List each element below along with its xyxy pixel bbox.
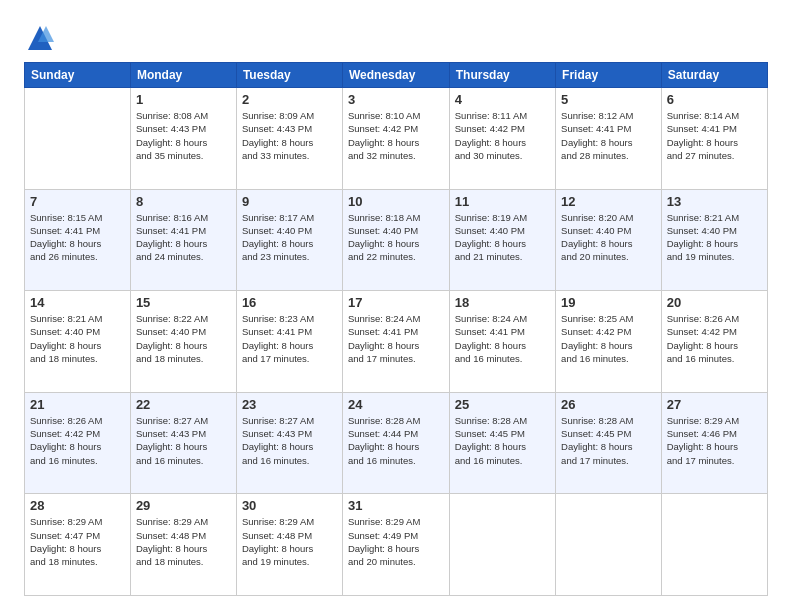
day-number: 21 [30,397,125,412]
calendar-cell: 12Sunrise: 8:20 AM Sunset: 4:40 PM Dayli… [556,189,662,291]
day-info: Sunrise: 8:28 AM Sunset: 4:45 PM Dayligh… [561,414,656,467]
day-info: Sunrise: 8:21 AM Sunset: 4:40 PM Dayligh… [667,211,762,264]
day-number: 9 [242,194,337,209]
day-info: Sunrise: 8:19 AM Sunset: 4:40 PM Dayligh… [455,211,550,264]
calendar-cell: 11Sunrise: 8:19 AM Sunset: 4:40 PM Dayli… [449,189,555,291]
day-info: Sunrise: 8:22 AM Sunset: 4:40 PM Dayligh… [136,312,231,365]
calendar-cell: 8Sunrise: 8:16 AM Sunset: 4:41 PM Daylig… [130,189,236,291]
day-number: 24 [348,397,444,412]
day-info: Sunrise: 8:21 AM Sunset: 4:40 PM Dayligh… [30,312,125,365]
day-number: 6 [667,92,762,107]
calendar-week-1: 1Sunrise: 8:08 AM Sunset: 4:43 PM Daylig… [25,88,768,190]
calendar-cell: 20Sunrise: 8:26 AM Sunset: 4:42 PM Dayli… [661,291,767,393]
calendar-cell: 25Sunrise: 8:28 AM Sunset: 4:45 PM Dayli… [449,392,555,494]
logo [24,20,60,52]
day-info: Sunrise: 8:27 AM Sunset: 4:43 PM Dayligh… [136,414,231,467]
day-number: 31 [348,498,444,513]
day-info: Sunrise: 8:29 AM Sunset: 4:46 PM Dayligh… [667,414,762,467]
calendar-header-saturday: Saturday [661,63,767,88]
day-number: 22 [136,397,231,412]
day-info: Sunrise: 8:14 AM Sunset: 4:41 PM Dayligh… [667,109,762,162]
calendar-cell: 5Sunrise: 8:12 AM Sunset: 4:41 PM Daylig… [556,88,662,190]
day-number: 30 [242,498,337,513]
calendar-cell: 30Sunrise: 8:29 AM Sunset: 4:48 PM Dayli… [236,494,342,596]
calendar-cell: 28Sunrise: 8:29 AM Sunset: 4:47 PM Dayli… [25,494,131,596]
calendar-header-monday: Monday [130,63,236,88]
day-number: 27 [667,397,762,412]
day-number: 18 [455,295,550,310]
calendar-cell [25,88,131,190]
day-info: Sunrise: 8:27 AM Sunset: 4:43 PM Dayligh… [242,414,337,467]
day-info: Sunrise: 8:28 AM Sunset: 4:45 PM Dayligh… [455,414,550,467]
day-number: 10 [348,194,444,209]
calendar-cell: 16Sunrise: 8:23 AM Sunset: 4:41 PM Dayli… [236,291,342,393]
day-number: 8 [136,194,231,209]
calendar-cell: 3Sunrise: 8:10 AM Sunset: 4:42 PM Daylig… [342,88,449,190]
calendar-header-row: SundayMondayTuesdayWednesdayThursdayFrid… [25,63,768,88]
calendar-cell: 31Sunrise: 8:29 AM Sunset: 4:49 PM Dayli… [342,494,449,596]
calendar: SundayMondayTuesdayWednesdayThursdayFrid… [24,62,768,596]
calendar-cell [556,494,662,596]
calendar-cell: 9Sunrise: 8:17 AM Sunset: 4:40 PM Daylig… [236,189,342,291]
calendar-cell: 1Sunrise: 8:08 AM Sunset: 4:43 PM Daylig… [130,88,236,190]
day-number: 12 [561,194,656,209]
header [24,20,768,52]
calendar-cell: 7Sunrise: 8:15 AM Sunset: 4:41 PM Daylig… [25,189,131,291]
day-number: 19 [561,295,656,310]
calendar-cell: 15Sunrise: 8:22 AM Sunset: 4:40 PM Dayli… [130,291,236,393]
calendar-cell: 24Sunrise: 8:28 AM Sunset: 4:44 PM Dayli… [342,392,449,494]
day-number: 13 [667,194,762,209]
day-info: Sunrise: 8:18 AM Sunset: 4:40 PM Dayligh… [348,211,444,264]
day-info: Sunrise: 8:29 AM Sunset: 4:48 PM Dayligh… [242,515,337,568]
calendar-header-wednesday: Wednesday [342,63,449,88]
day-info: Sunrise: 8:24 AM Sunset: 4:41 PM Dayligh… [455,312,550,365]
calendar-week-2: 7Sunrise: 8:15 AM Sunset: 4:41 PM Daylig… [25,189,768,291]
calendar-cell: 26Sunrise: 8:28 AM Sunset: 4:45 PM Dayli… [556,392,662,494]
calendar-cell: 13Sunrise: 8:21 AM Sunset: 4:40 PM Dayli… [661,189,767,291]
day-number: 7 [30,194,125,209]
day-number: 17 [348,295,444,310]
logo-icon [24,22,56,54]
calendar-cell: 27Sunrise: 8:29 AM Sunset: 4:46 PM Dayli… [661,392,767,494]
day-number: 11 [455,194,550,209]
calendar-cell: 21Sunrise: 8:26 AM Sunset: 4:42 PM Dayli… [25,392,131,494]
day-number: 14 [30,295,125,310]
calendar-cell: 22Sunrise: 8:27 AM Sunset: 4:43 PM Dayli… [130,392,236,494]
day-number: 26 [561,397,656,412]
day-info: Sunrise: 8:23 AM Sunset: 4:41 PM Dayligh… [242,312,337,365]
day-info: Sunrise: 8:24 AM Sunset: 4:41 PM Dayligh… [348,312,444,365]
calendar-header-friday: Friday [556,63,662,88]
day-info: Sunrise: 8:17 AM Sunset: 4:40 PM Dayligh… [242,211,337,264]
day-info: Sunrise: 8:28 AM Sunset: 4:44 PM Dayligh… [348,414,444,467]
day-info: Sunrise: 8:25 AM Sunset: 4:42 PM Dayligh… [561,312,656,365]
day-info: Sunrise: 8:09 AM Sunset: 4:43 PM Dayligh… [242,109,337,162]
day-info: Sunrise: 8:08 AM Sunset: 4:43 PM Dayligh… [136,109,231,162]
day-number: 3 [348,92,444,107]
calendar-week-3: 14Sunrise: 8:21 AM Sunset: 4:40 PM Dayli… [25,291,768,393]
calendar-cell: 19Sunrise: 8:25 AM Sunset: 4:42 PM Dayli… [556,291,662,393]
calendar-cell: 23Sunrise: 8:27 AM Sunset: 4:43 PM Dayli… [236,392,342,494]
day-info: Sunrise: 8:16 AM Sunset: 4:41 PM Dayligh… [136,211,231,264]
day-number: 16 [242,295,337,310]
calendar-cell: 10Sunrise: 8:18 AM Sunset: 4:40 PM Dayli… [342,189,449,291]
day-number: 28 [30,498,125,513]
calendar-cell: 29Sunrise: 8:29 AM Sunset: 4:48 PM Dayli… [130,494,236,596]
calendar-header-sunday: Sunday [25,63,131,88]
day-number: 23 [242,397,337,412]
calendar-cell: 4Sunrise: 8:11 AM Sunset: 4:42 PM Daylig… [449,88,555,190]
page: SundayMondayTuesdayWednesdayThursdayFrid… [0,0,792,612]
calendar-header-thursday: Thursday [449,63,555,88]
calendar-cell [449,494,555,596]
day-info: Sunrise: 8:29 AM Sunset: 4:48 PM Dayligh… [136,515,231,568]
day-number: 1 [136,92,231,107]
day-info: Sunrise: 8:29 AM Sunset: 4:49 PM Dayligh… [348,515,444,568]
calendar-week-4: 21Sunrise: 8:26 AM Sunset: 4:42 PM Dayli… [25,392,768,494]
day-info: Sunrise: 8:29 AM Sunset: 4:47 PM Dayligh… [30,515,125,568]
calendar-cell: 14Sunrise: 8:21 AM Sunset: 4:40 PM Dayli… [25,291,131,393]
calendar-cell [661,494,767,596]
calendar-cell: 2Sunrise: 8:09 AM Sunset: 4:43 PM Daylig… [236,88,342,190]
calendar-cell: 17Sunrise: 8:24 AM Sunset: 4:41 PM Dayli… [342,291,449,393]
day-number: 4 [455,92,550,107]
day-number: 15 [136,295,231,310]
day-info: Sunrise: 8:26 AM Sunset: 4:42 PM Dayligh… [667,312,762,365]
